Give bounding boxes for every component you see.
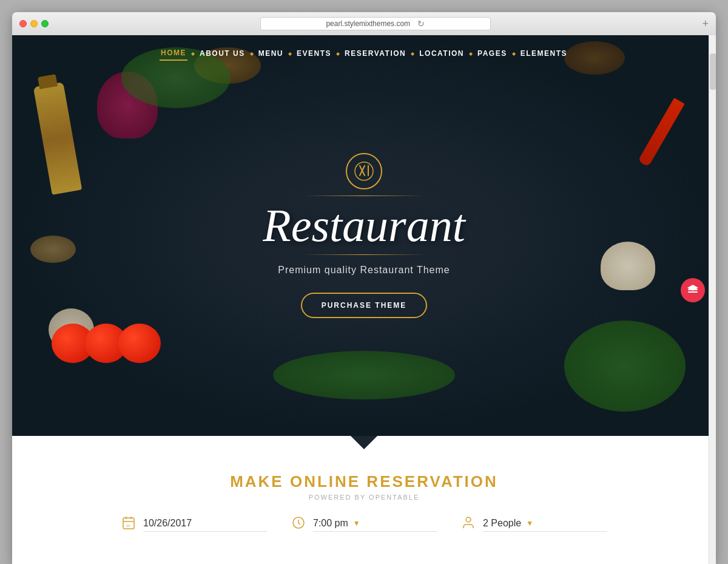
- time-field: 7:00 pm ▼: [291, 515, 437, 534]
- nav-separator-1: ◆: [191, 51, 195, 56]
- hero-bottom-divider: [303, 254, 425, 255]
- spice-bowl-small-decoration: [30, 236, 76, 263]
- nav-separator-6: ◆: [469, 51, 473, 56]
- people-value: 2 People: [483, 518, 521, 529]
- date-input-group[interactable]: 10/26/2017: [143, 518, 267, 532]
- hero-section: HOME ◆ ABOUT US ◆ MENU ◆ EVENTS: [12, 35, 716, 436]
- nav-list: HOME ◆ ABOUT US ◆ MENU ◆ EVENTS: [160, 46, 568, 61]
- hero-subtitle: Premium quality Restaurant Theme: [212, 265, 516, 276]
- close-button[interactable]: [19, 20, 27, 27]
- browser-window: pearl.stylemixthemes.com ↻ +: [12, 12, 716, 564]
- reservation-form: 10 10/26/2017: [121, 515, 607, 534]
- people-input-group[interactable]: 2 People ▼: [483, 518, 607, 532]
- time-value: 7:00 pm: [313, 518, 348, 529]
- nav-item-location: LOCATION: [418, 47, 465, 60]
- nav-item-pages: PAGES: [476, 47, 508, 60]
- tomato-3: [118, 324, 161, 363]
- svg-point-0: [355, 162, 373, 180]
- url-input[interactable]: pearl.stylemixthemes.com ↻: [260, 17, 491, 30]
- nav-link-reservation[interactable]: RESERVATION: [343, 47, 407, 60]
- person-svg-icon: [461, 515, 476, 530]
- url-text: pearl.stylemixthemes.com: [326, 19, 410, 28]
- nav-link-elements[interactable]: ELEMENTS: [519, 47, 568, 60]
- nav-link-about[interactable]: ABOUT US: [198, 47, 246, 60]
- nav-link-location[interactable]: LOCATION: [418, 47, 465, 60]
- nav-item-reservation: RESERVATION: [343, 47, 407, 60]
- nav-separator-5: ◆: [411, 51, 414, 56]
- traffic-lights: [19, 20, 49, 27]
- svg-rect-5: [688, 291, 698, 293]
- nav-item-home: HOME: [160, 46, 187, 61]
- reservation-subtitle: POWERED BY OPENTABLE: [309, 494, 420, 501]
- hero-content: Restaurant Premium quality Restaurant Th…: [212, 153, 516, 318]
- nav-separator-4: ◆: [336, 51, 340, 56]
- svg-point-13: [466, 517, 471, 522]
- reload-icon[interactable]: ↻: [417, 19, 425, 29]
- fork-knife-icon: [354, 161, 374, 182]
- reservation-title: MAKE ONLINE RESERVATION: [230, 472, 498, 491]
- nav-link-menu[interactable]: MENU: [257, 47, 285, 60]
- floating-badge[interactable]: [681, 278, 705, 302]
- nav-link-home[interactable]: HOME: [160, 46, 187, 61]
- time-input-group[interactable]: 7:00 pm ▼: [313, 518, 437, 532]
- tomatoes-decoration: [61, 324, 161, 363]
- garlic-right-decoration: [601, 242, 655, 290]
- add-tab-button[interactable]: +: [702, 18, 709, 30]
- hero-title: Restaurant: [212, 202, 516, 248]
- website-content: HOME ◆ ABOUT US ◆ MENU ◆ EVENTS: [12, 35, 716, 564]
- date-value: 10/26/2017: [143, 518, 192, 529]
- nav-link-events[interactable]: EVENTS: [295, 47, 332, 60]
- nav-separator-3: ◆: [288, 51, 292, 56]
- people-field: 2 People ▼: [461, 515, 607, 534]
- restaurant-logo-icon: [346, 153, 382, 189]
- browser-titlebar: pearl.stylemixthemes.com ↻ +: [12, 12, 716, 35]
- time-dropdown-arrow[interactable]: ▼: [353, 519, 360, 528]
- purchase-button[interactable]: PURCHASE THEME: [301, 293, 428, 318]
- minimize-button[interactable]: [30, 20, 38, 27]
- nav-separator-7: ◆: [512, 51, 516, 56]
- nav-item-events: EVENTS: [295, 47, 332, 60]
- section-divider-arrow: [351, 436, 377, 449]
- svg-text:10: 10: [126, 524, 130, 528]
- nav-link-pages[interactable]: PAGES: [476, 47, 508, 60]
- nav-item-elements: ELEMENTS: [519, 47, 568, 60]
- date-field: 10 10/26/2017: [121, 515, 267, 534]
- calendar-icon: 10: [121, 515, 136, 534]
- person-icon: [461, 515, 476, 534]
- maximize-button[interactable]: [41, 20, 49, 27]
- address-bar: pearl.stylemixthemes.com ↻: [53, 17, 697, 30]
- nav-item-menu: MENU: [257, 47, 285, 60]
- hero-top-divider: [303, 195, 425, 196]
- people-dropdown-arrow[interactable]: ▼: [526, 519, 533, 528]
- herbs-right-decoration: [564, 321, 686, 412]
- layers-icon: [686, 284, 699, 297]
- reservation-section: MAKE ONLINE RESERVATION POWERED BY OPENT…: [12, 436, 716, 564]
- nav-item-about: ABOUT US: [198, 47, 246, 60]
- herbs-bottom-decoration: [273, 351, 455, 399]
- clock-icon: [291, 515, 306, 534]
- scrollbar[interactable]: [709, 35, 716, 564]
- calendar-svg-icon: 10: [121, 515, 136, 530]
- main-nav: HOME ◆ ABOUT US ◆ MENU ◆ EVENTS: [12, 35, 716, 72]
- clock-svg-icon: [291, 515, 306, 530]
- nav-separator-2: ◆: [250, 51, 254, 56]
